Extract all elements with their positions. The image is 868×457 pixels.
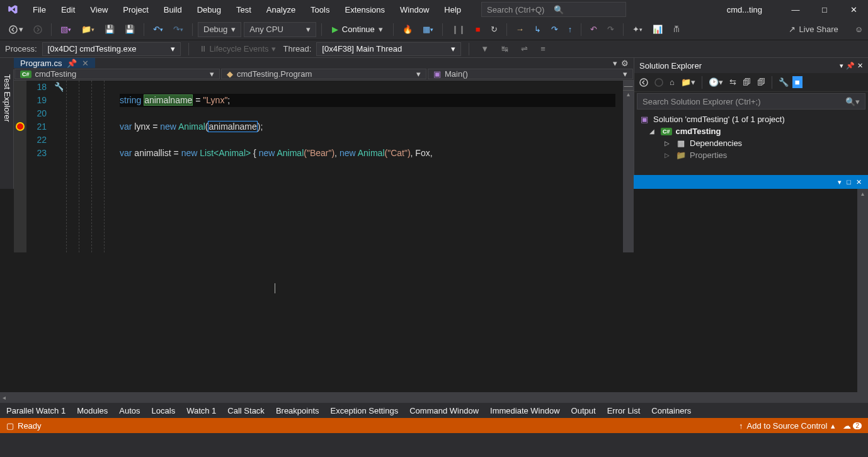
browser-link-button[interactable]: ▦▾ [419, 22, 437, 37]
tab-locals[interactable]: Locals [152, 406, 176, 415]
hot-reload-button[interactable]: 🔥 [399, 22, 416, 37]
menu-file[interactable]: File [25, 1, 54, 18]
tab-breakpoints[interactable]: Breakpoints [276, 406, 319, 415]
nav-back-button[interactable]: ▾ [5, 22, 27, 37]
new-project-button[interactable]: ▧▾ [57, 22, 75, 37]
save-button[interactable]: 💾 [101, 22, 118, 37]
threads-button[interactable]: ⫚ [669, 22, 685, 37]
show-threads-button[interactable]: ≡ [537, 42, 549, 56]
menu-help[interactable]: Help [437, 1, 469, 18]
expand-icon[interactable]: ▷ [665, 140, 672, 147]
show-next-button[interactable]: → [512, 22, 528, 37]
restart-button[interactable]: ↻ [487, 22, 501, 37]
nav-forward-button[interactable] [30, 23, 46, 37]
platform-dropdown[interactable]: Any CPU▾ [244, 22, 316, 37]
open-button[interactable]: 📁▾ [77, 22, 98, 37]
redo-button[interactable]: ↷▾ [169, 22, 187, 37]
tab-overflow-icon[interactable]: ▾ [613, 59, 617, 68]
notifications-button[interactable]: ☁2 [843, 421, 862, 431]
menu-window[interactable]: Window [392, 1, 437, 18]
se-properties-button[interactable]: 🔧 [776, 75, 791, 89]
menu-tools[interactable]: Tools [303, 1, 337, 18]
step-out-button[interactable]: ↑ [564, 22, 576, 37]
feedback-icon[interactable]: ☺ [855, 25, 863, 34]
solution-tree[interactable]: ▣ Solution 'cmdTesting' (1 of 1 project)… [634, 111, 868, 164]
menu-analyze[interactable]: Analyze [259, 1, 303, 18]
break-all-button[interactable]: ❙❙ [448, 22, 469, 37]
nav-project-dropdown[interactable]: C# cmdTesting▾ [14, 69, 220, 79]
tab-exception-settings[interactable]: Exception Settings [331, 406, 399, 415]
intellitrace-button[interactable]: ✦▾ [629, 22, 646, 37]
menu-test[interactable]: Test [229, 1, 259, 18]
se-switch-views-button[interactable]: 📁▾ [678, 75, 698, 89]
window-menu-icon[interactable]: ▾ [838, 178, 842, 186]
close-panel-icon[interactable]: ✕ [857, 62, 863, 70]
se-preview-button[interactable]: ■ [792, 76, 802, 88]
source-control-button[interactable]: ↑ Add to Source Control ▴ [739, 421, 835, 431]
thread-dropdown[interactable]: [0x4F38] Main Thread▾ [316, 42, 461, 56]
step-over-button[interactable]: ↷ [547, 22, 562, 37]
step-into-button[interactable]: ↳ [530, 22, 545, 37]
lifecycle-events-button[interactable]: ⏸Lifecycle Events▾ [197, 44, 278, 54]
quick-search-input[interactable]: Search (Ctrl+Q) 🔍 [481, 2, 626, 17]
se-sync-button[interactable]: ⇆ [727, 75, 739, 89]
minimize-button[interactable]: — [781, 0, 810, 19]
tab-error-list[interactable]: Error List [607, 406, 641, 415]
process-dropdown[interactable]: [0x4DC] cmdTesting.exe▾ [42, 42, 181, 56]
tab-call-stack[interactable]: Call Stack [227, 406, 265, 415]
project-item[interactable]: ◢ C# cmdTesting [634, 125, 868, 137]
step-forward-button[interactable]: ↷ [603, 22, 618, 37]
immediate-horizontal-scrollbar[interactable]: ◂ [0, 392, 868, 403]
tab-command-window[interactable]: Command Window [409, 406, 479, 415]
dock-icon[interactable]: □ [847, 178, 851, 186]
nav-class-dropdown[interactable]: ◆ cmdTesting.Program▾ [221, 69, 426, 79]
se-home-button[interactable]: ⌂ [667, 75, 677, 89]
stack-frame-button[interactable]: ↹ [498, 42, 512, 56]
tab-autos[interactable]: Autos [119, 406, 140, 415]
test-explorer-tab[interactable]: Test Explorer [0, 69, 14, 189]
nav-method-dropdown[interactable]: ▣ Main()▾ [428, 69, 633, 79]
split-handle-icon[interactable]: — [623, 81, 634, 91]
tab-containers[interactable]: Containers [651, 406, 691, 415]
close-button[interactable]: ✕ [839, 0, 868, 19]
solution-root-item[interactable]: ▣ Solution 'cmdTesting' (1 of 1 project) [634, 113, 868, 125]
undo-button[interactable]: ↶▾ [149, 22, 167, 37]
close-panel-icon[interactable]: ✕ [856, 178, 862, 186]
toggle-thread-button[interactable]: ⇌ [517, 42, 532, 56]
maximize-button[interactable]: □ [810, 0, 839, 19]
se-back-button[interactable] [637, 76, 651, 89]
tab-parallel-watch[interactable]: Parallel Watch 1 [6, 406, 66, 415]
expand-icon[interactable]: ▷ [665, 152, 672, 159]
dependencies-item[interactable]: ▷ ▦ Dependencies [634, 137, 868, 149]
flag-button[interactable]: ▼ [477, 42, 493, 56]
menu-build[interactable]: Build [156, 1, 190, 18]
config-dropdown[interactable]: Debug▾ [198, 22, 241, 37]
tab-program-cs[interactable]: Program.cs 📌 ✕ [14, 58, 95, 68]
tab-watch[interactable]: Watch 1 [186, 406, 216, 415]
pin-icon[interactable]: 📌 [67, 59, 77, 68]
live-share-button[interactable]: Live Share [799, 25, 838, 34]
menu-view[interactable]: View [83, 1, 115, 18]
se-pending-changes-button[interactable]: 🕑▾ [706, 75, 726, 89]
window-menu-icon[interactable]: ▾ [840, 62, 843, 70]
continue-button[interactable]: ▶Continue▾ [327, 22, 388, 37]
tab-modules[interactable]: Modules [77, 406, 108, 415]
tab-settings-icon[interactable]: ⚙ [621, 59, 629, 68]
save-all-button[interactable]: 💾 [121, 22, 139, 37]
close-tab-icon[interactable]: ✕ [82, 59, 89, 68]
diagnostic-button[interactable]: 📊 [649, 22, 666, 37]
se-refresh-button[interactable]: 🗐 [755, 75, 768, 89]
se-show-all-button[interactable]: 🗐 [740, 75, 753, 89]
expand-icon[interactable]: ◢ [649, 128, 657, 135]
tab-immediate-window[interactable]: Immediate Window [490, 406, 560, 415]
se-forward-button[interactable] [652, 76, 666, 89]
tab-output[interactable]: Output [571, 406, 596, 415]
properties-item[interactable]: ▷ 📁 Properties [634, 149, 868, 161]
pin-icon[interactable]: 📌 [846, 62, 855, 70]
immediate-window-input[interactable]: ▴ [0, 189, 868, 392]
menu-project[interactable]: Project [115, 1, 156, 18]
menu-edit[interactable]: Edit [54, 1, 83, 18]
breakpoint-icon[interactable] [16, 122, 25, 131]
menu-debug[interactable]: Debug [190, 1, 229, 18]
step-back-button[interactable]: ↶ [586, 22, 601, 37]
